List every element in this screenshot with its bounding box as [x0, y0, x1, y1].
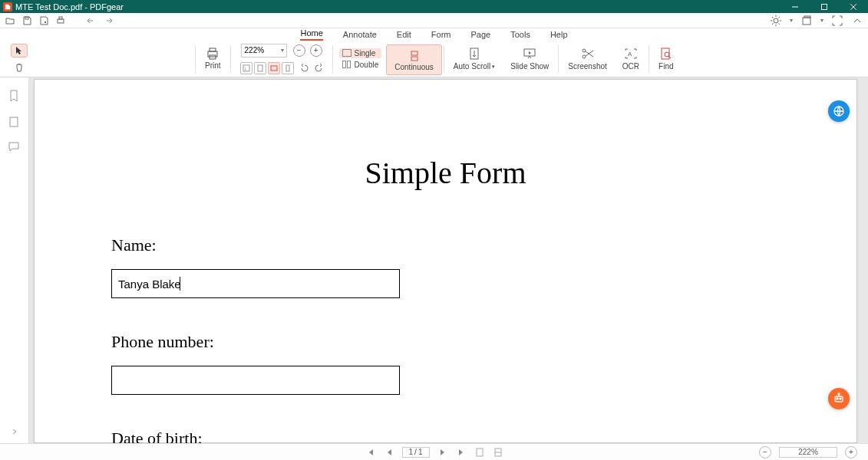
- svg-rect-5: [58, 19, 64, 23]
- expand-rail-icon[interactable]: [11, 428, 18, 435]
- fullscreen-icon[interactable]: [831, 15, 843, 27]
- tab-tools[interactable]: Tools: [510, 30, 530, 41]
- ocr-label: OCR: [622, 62, 639, 71]
- window-mode-icon[interactable]: [800, 15, 813, 27]
- rotate-right-icon[interactable]: [314, 64, 323, 73]
- find-icon: [659, 47, 673, 61]
- undo-icon[interactable]: [86, 15, 97, 26]
- continuous-label: Continuous: [394, 63, 434, 71]
- status-zoom-out[interactable]: −: [759, 446, 771, 458]
- thumbnails-panel-icon[interactable]: [8, 116, 21, 128]
- zoom-input[interactable]: [241, 44, 287, 58]
- slide-show-button[interactable]: Slide Show: [503, 41, 556, 77]
- scissors-icon: [581, 47, 595, 61]
- single-page-icon: [342, 49, 351, 57]
- menu-tabs: Home Annotate Edit Form Page Tools Help: [0, 28, 868, 41]
- svg-point-7: [774, 18, 778, 23]
- hand-tool[interactable]: [11, 61, 28, 74]
- screenshot-button[interactable]: Screenshot: [560, 41, 615, 77]
- vertical-scrollbar[interactable]: [860, 79, 866, 428]
- save-as-icon[interactable]: [38, 15, 49, 26]
- slide-show-label: Slide Show: [510, 62, 549, 71]
- status-zoom-in[interactable]: +: [845, 446, 857, 458]
- svg-line-15: [779, 17, 781, 18]
- fit-height-icon[interactable]: [282, 62, 294, 74]
- theme-icon[interactable]: [770, 15, 782, 27]
- print-group[interactable]: Print: [197, 41, 229, 77]
- ocr-button[interactable]: A OCR: [615, 41, 647, 77]
- layout-single[interactable]: Single: [339, 48, 382, 58]
- window-title: MTE Test Doc.pdf - PDFgear: [15, 2, 124, 12]
- svg-rect-26: [411, 51, 417, 55]
- tab-form[interactable]: Form: [431, 30, 451, 41]
- ai-assistant-button[interactable]: [828, 388, 850, 409]
- save-icon[interactable]: [21, 15, 32, 26]
- zoom-dropdown-icon[interactable]: ▾: [281, 47, 284, 54]
- tab-annotate[interactable]: Annotate: [343, 30, 377, 41]
- svg-rect-1: [822, 4, 827, 9]
- last-page-button[interactable]: [456, 447, 467, 458]
- svg-rect-23: [258, 65, 262, 71]
- close-button[interactable]: [839, 0, 868, 13]
- zoom-in-button[interactable]: +: [310, 44, 322, 57]
- status-zoom-value[interactable]: 222%: [779, 447, 837, 458]
- tab-home[interactable]: Home: [300, 28, 322, 41]
- ocr-icon: A: [624, 47, 638, 61]
- tab-edit[interactable]: Edit: [397, 30, 411, 41]
- fit-width-icon[interactable]: [268, 62, 280, 74]
- view-mode-a-icon[interactable]: [474, 447, 485, 458]
- prev-page-button[interactable]: [384, 447, 394, 458]
- svg-rect-19: [210, 48, 216, 51]
- zoom-out-button[interactable]: −: [293, 44, 305, 57]
- print-icon: [206, 48, 219, 60]
- select-tool[interactable]: [11, 44, 28, 58]
- find-button[interactable]: Find: [651, 41, 681, 77]
- view-mode-b-icon[interactable]: [493, 447, 503, 458]
- screenshot-label: Screenshot: [568, 62, 607, 71]
- svg-point-42: [838, 393, 840, 395]
- svg-rect-17: [804, 16, 810, 18]
- svg-rect-6: [59, 17, 62, 19]
- auto-scroll-label: Auto Scroll: [454, 62, 490, 71]
- svg-rect-43: [477, 449, 483, 456]
- layout-double[interactable]: Double: [339, 60, 382, 70]
- form-title: Simple Form: [111, 155, 780, 191]
- slide-show-icon: [523, 47, 536, 61]
- continuous-toggle[interactable]: Continuous: [386, 44, 442, 75]
- open-icon[interactable]: [5, 15, 15, 26]
- next-page-button[interactable]: [437, 447, 448, 458]
- print-icon-qa[interactable]: [55, 15, 66, 26]
- bookmark-panel-icon[interactable]: [8, 90, 21, 102]
- pdf-page: Simple Form Name: Tanya Blake Phone numb…: [34, 79, 857, 443]
- layout-single-label: Single: [355, 49, 376, 58]
- fit-actual-icon[interactable]: 1: [240, 62, 252, 74]
- chevron-down-icon[interactable]: ▾: [790, 17, 793, 24]
- layout-double-label: Double: [355, 61, 379, 69]
- svg-line-13: [779, 23, 781, 25]
- name-label: Name:: [111, 235, 780, 255]
- dob-label: Date of birth:: [111, 429, 780, 443]
- page-number-box[interactable]: 1 / 1: [402, 447, 430, 458]
- phone-field[interactable]: [111, 366, 400, 395]
- app-logo: [3, 2, 12, 12]
- first-page-button[interactable]: [365, 447, 376, 458]
- redo-icon[interactable]: [103, 15, 114, 26]
- tab-help[interactable]: Help: [550, 30, 568, 41]
- name-field[interactable]: Tanya Blake: [111, 269, 400, 298]
- minimize-button[interactable]: [781, 0, 810, 13]
- page-current: 1: [409, 448, 414, 456]
- collapse-ribbon-icon[interactable]: [851, 15, 863, 27]
- chevron-down-icon: ▾: [492, 64, 495, 70]
- continuous-icon: [408, 49, 421, 63]
- fit-page-icon[interactable]: [254, 62, 266, 74]
- chevron-down-icon[interactable]: ▾: [820, 17, 823, 24]
- translate-button[interactable]: [828, 100, 850, 122]
- tab-page[interactable]: Page: [471, 30, 491, 41]
- maximize-button[interactable]: [810, 0, 839, 13]
- svg-rect-33: [662, 48, 669, 59]
- name-value: Tanya Blake: [118, 278, 181, 291]
- comments-panel-icon[interactable]: [8, 142, 21, 154]
- rotate-left-icon[interactable]: [300, 64, 309, 73]
- auto-scroll-button[interactable]: Auto Scroll▾: [446, 41, 503, 77]
- svg-rect-25: [286, 65, 289, 71]
